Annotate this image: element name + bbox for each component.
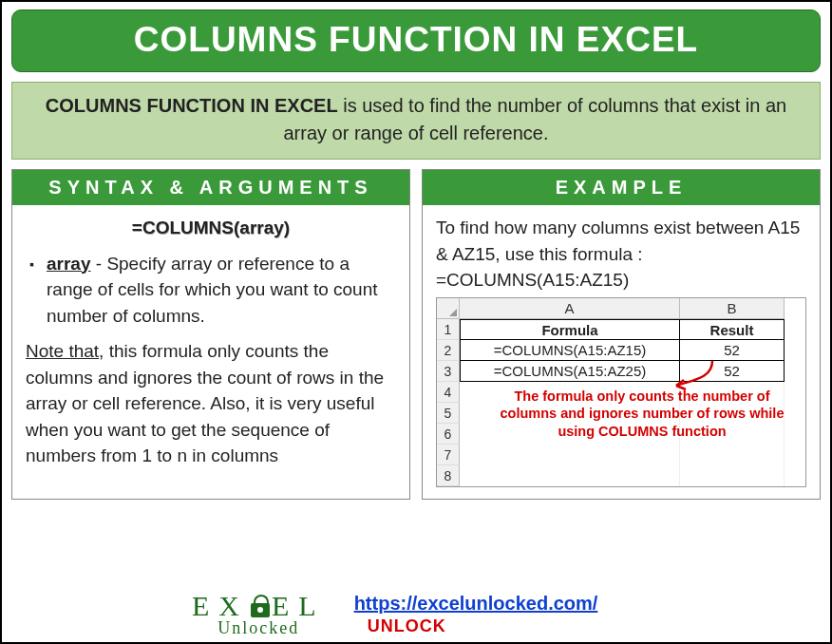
title-banner: COLUMNS FUNCTION IN EXCEL — [11, 9, 821, 72]
example-panel: EXAMPLE To find how many columns exist b… — [422, 169, 821, 500]
logo-text-left: EX — [192, 590, 249, 622]
row-header: 5 — [437, 403, 460, 424]
logo-text-right: EL — [272, 590, 326, 622]
footer-link[interactable]: https://excelunlocked.com/ — [354, 593, 598, 615]
row-header: 6 — [437, 424, 460, 445]
argument-description: - Specify array or reference to a range … — [47, 254, 378, 326]
logo: EX EL Unlocked — [192, 590, 326, 638]
table-header-result: Result — [680, 319, 785, 340]
example-heading: EXAMPLE — [423, 170, 820, 205]
col-header-a: A — [460, 298, 680, 319]
row-header: 8 — [437, 465, 460, 486]
table-row: 3 =COLUMNS(A15:AZ25) 52 — [437, 361, 805, 382]
footer-unlock-text: UNLOCK — [354, 616, 598, 636]
row-header: 4 — [437, 382, 460, 403]
table-row: 2 =COLUMNS(A15:AZ15) 52 — [437, 340, 805, 361]
row-header: 1 — [437, 319, 460, 340]
argument-item: ▪ array - Specify array or reference to … — [26, 251, 396, 330]
col-header-b: B — [680, 298, 785, 319]
page-title: COLUMNS FUNCTION IN EXCEL — [12, 20, 820, 60]
cell-formula: =COLUMNS(A15:AZ15) — [460, 340, 680, 361]
grid-corner — [437, 298, 460, 319]
footer: EX EL Unlocked https://excelunlocked.com… — [2, 590, 830, 638]
description-box: COLUMNS FUNCTION IN EXCEL is used to fin… — [11, 82, 821, 160]
cell-formula: =COLUMNS(A15:AZ25) — [460, 361, 680, 382]
syntax-panel: SYNTAX & ARGUMENTS =COLUMNS(array) ▪ arr… — [11, 169, 410, 500]
row-header: 3 — [437, 361, 460, 382]
row-header: 7 — [437, 445, 460, 465]
row-header: 2 — [437, 340, 460, 361]
lock-icon — [251, 595, 270, 617]
argument-name: array — [47, 254, 91, 274]
formula-definition: =COLUMNS(array) — [26, 215, 396, 241]
logo-subtitle: Unlocked — [217, 618, 299, 638]
excel-grid: A B 1 Formula Result 2 =COLUMNS(A15:AZ15… — [436, 297, 806, 487]
note-lead: Note that — [26, 341, 99, 361]
cell-result: 52 — [680, 340, 785, 361]
syntax-heading: SYNTAX & ARGUMENTS — [12, 170, 409, 205]
description-bold: COLUMNS FUNCTION IN EXCEL — [46, 95, 338, 116]
bullet-icon: ▪ — [26, 251, 47, 330]
example-intro: To find how many columns exist between A… — [436, 215, 806, 294]
note-text: Note that, this formula only counts the … — [26, 338, 396, 469]
description-text: is used to find the number of columns th… — [283, 95, 786, 143]
cell-result: 52 — [680, 361, 785, 382]
table-header-formula: Formula — [460, 319, 680, 340]
